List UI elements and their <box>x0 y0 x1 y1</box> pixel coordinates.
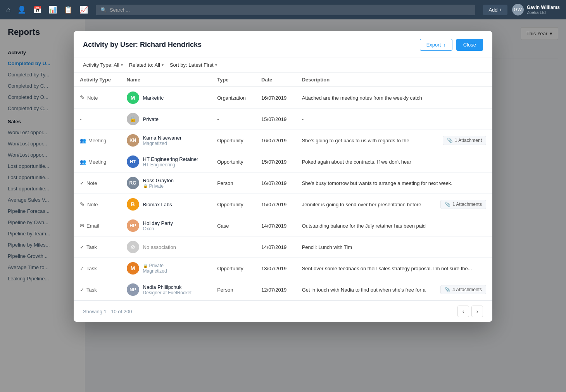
name-cell: RG Ross Grayton 🔒 Private <box>127 177 205 189</box>
export-button[interactable]: Export ↑ <box>420 39 452 51</box>
clipboard-icon[interactable]: 📋 <box>64 5 72 14</box>
prev-page-button[interactable]: ‹ <box>457 306 469 317</box>
search-bar[interactable]: 🔍 Search... <box>96 5 476 15</box>
activity-type-cell: ✓ Task <box>85 287 114 293</box>
col-activity-type: Activity Type <box>85 73 121 87</box>
avatar: M <box>127 92 139 104</box>
table-row: ✓ Task M 🔒 Private Magnetized Opportunit… <box>85 258 492 279</box>
type-cell: Opportunity <box>211 194 255 215</box>
name-cell: KN Karna NisewanerMagnetized <box>127 134 205 147</box>
col-date: Date <box>255 73 296 87</box>
clip-icon: 📎 <box>445 202 450 207</box>
avatar: M <box>127 262 139 275</box>
avatar: HP <box>127 219 139 232</box>
avatar: HT <box>127 155 139 168</box>
search-icon: 🔍 <box>100 7 107 13</box>
calendar-icon[interactable]: 📅 <box>33 5 41 14</box>
meeting-icon: 👥 <box>85 138 86 143</box>
main-layout: Reports Activity Completed by U... Compl… <box>0 19 566 392</box>
desc-cell: Pencil: Lunch with Tim <box>296 237 492 258</box>
next-page-button[interactable]: › <box>471 306 483 317</box>
date-cell: 14/07/2019 <box>255 215 296 237</box>
pagination-info: Showing 1 - 10 of 200 <box>85 309 132 314</box>
date-cell: 13/07/2019 <box>255 258 296 279</box>
type-cell: Opportunity <box>211 130 255 151</box>
activity-type-cell: - <box>85 116 114 122</box>
close-button[interactable]: Close <box>456 39 483 51</box>
lock-icon: 🔒 <box>143 264 148 268</box>
chevron-down-icon: ▾ <box>162 63 164 67</box>
name-cell: ⊘ No association <box>127 241 205 253</box>
desc-cell: Sent over some feedback on their sales s… <box>296 258 492 279</box>
name-cell: HP Holiday PartyOxon <box>127 219 205 232</box>
date-cell: 14/07/2019 <box>255 237 296 258</box>
name-cell: NP Nadia PhillipchukDesigner at FuelRock… <box>127 283 205 296</box>
chart-bar-icon[interactable]: 📊 <box>48 5 57 14</box>
type-cell: Organization <box>211 87 255 109</box>
chevron-down-icon: ▾ <box>215 63 217 67</box>
avatar: KN <box>127 134 139 147</box>
related-to-filter[interactable]: Related to: All ▾ <box>129 62 164 68</box>
type-cell: Opportunity <box>211 258 255 279</box>
filter-bar: Activity Type: All ▾ Related to: All ▾ S… <box>85 57 492 73</box>
date-cell: 15/07/2019 <box>255 194 296 215</box>
avatar: 🔒 <box>127 113 139 125</box>
activity-type-filter[interactable]: Activity Type: All ▾ <box>85 62 123 68</box>
type-cell <box>211 237 255 258</box>
activity-type-cell: 👥 Meeting <box>85 138 114 143</box>
desc-cell: She's going to get back to us with regar… <box>296 130 492 151</box>
date-cell: 12/07/2019 <box>255 279 296 300</box>
type-cell: Opportunity <box>211 151 255 173</box>
table-row: 👥 Meeting HT HT Engineering RetainerHT E… <box>85 151 492 173</box>
lock-icon: 🔒 <box>143 184 148 188</box>
name-text: Private <box>143 116 159 122</box>
table-row: ✓ Task ⊘ No association 14/07/2019 Penci… <box>85 237 492 258</box>
table-row: ✓ Note RG Ross Grayton 🔒 Private Person <box>85 173 492 194</box>
avatar: GW <box>512 4 524 16</box>
avatar: NP <box>127 283 139 296</box>
desc-cell: Poked again about the contracts. If we d… <box>296 151 492 173</box>
right-actions: Add + GW Gavin Williams Zoetia Ltd <box>483 4 560 16</box>
col-type: Type <box>211 73 255 87</box>
home-icon[interactable]: ⌂ <box>6 6 10 14</box>
activity-type-cell: ✎ Note <box>85 94 114 101</box>
modal-table: Activity Type Name Type Date Description… <box>85 73 492 300</box>
chart-line-icon[interactable]: 📈 <box>79 5 88 14</box>
table-row: - 🔒 Private - 15/07/2019 - <box>85 109 492 130</box>
date-cell: 16/07/2019 <box>255 87 296 109</box>
type-cell: - <box>211 109 255 130</box>
content-area: This Year ▾ Emails Re Emails Completed24… <box>85 19 566 392</box>
name-text: HT Engineering RetainerHT Engineering <box>143 156 198 168</box>
attachment-badge: 📎 4 Attachments <box>440 285 486 294</box>
desc-cell: She's busy tomorrow but wants to arrange… <box>296 173 492 194</box>
table-row: 👥 Meeting KN Karna NisewanerMagnetized O… <box>85 130 492 151</box>
activity-type-cell: ✓ Task <box>85 244 114 250</box>
desc-cell: Attached are the meeting notes from the … <box>296 87 492 109</box>
name-text: Biomax Labs <box>143 202 172 207</box>
modal-title: Activity by User: Richard Hendricks <box>85 41 202 49</box>
pagination-buttons: ‹ › <box>457 306 483 317</box>
avatar: ⊘ <box>127 241 139 253</box>
table-row: ✓ Task NP Nadia PhillipchukDesigner at F… <box>85 279 492 300</box>
avatar: RG <box>127 177 139 189</box>
chevron-down-icon: ▾ <box>121 63 123 67</box>
date-cell: 16/07/2019 <box>255 173 296 194</box>
export-label: Export <box>426 42 441 48</box>
name-text: No association <box>143 244 176 250</box>
activity-type-cell: ✓ Note <box>85 180 114 186</box>
name-text: 🔒 Private Magnetized <box>143 263 167 274</box>
modal: Activity by User: Richard Hendricks Expo… <box>85 31 492 322</box>
add-button[interactable]: Add + <box>483 5 507 15</box>
nav-icons: ⌂ 👤 📅 📊 📋 📈 <box>6 5 88 14</box>
desc-cell: Jennifer is going to send over her prese… <box>296 194 492 215</box>
sort-by-filter[interactable]: Sort by: Latest First ▾ <box>170 62 217 68</box>
type-cell: Person <box>211 173 255 194</box>
person-icon[interactable]: 👤 <box>17 5 26 14</box>
name-cell: 🔒 Private <box>127 113 205 125</box>
sort-by-label: Sort by: Latest First <box>170 62 214 68</box>
name-text: Nadia PhillipchukDesigner at FuelRocket <box>143 284 192 295</box>
user-name: Gavin Williams <box>527 5 560 10</box>
name-cell: B Biomax Labs <box>127 198 205 211</box>
desc-cell: Outstanding balance for the July retaine… <box>296 215 492 237</box>
date-cell: 16/07/2019 <box>255 130 296 151</box>
